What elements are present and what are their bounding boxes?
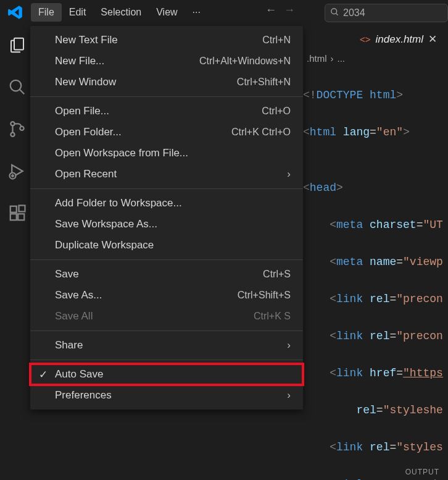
editor-area: <> index.html ✕ .html › ... <!DOCTYPE ht… xyxy=(303,25,448,480)
tab-row: <> index.html ✕ xyxy=(303,25,448,53)
menu-auto-save[interactable]: ✓ Auto Save xyxy=(30,364,303,385)
svg-line-4 xyxy=(19,90,24,95)
svg-rect-11 xyxy=(18,214,24,220)
menu-save-workspace-as[interactable]: Save Workspace As... xyxy=(30,214,303,235)
shortcut: Ctrl+Shift+S xyxy=(238,290,291,301)
menu-open-recent[interactable]: Open Recent › xyxy=(30,164,303,185)
separator xyxy=(30,188,303,189)
menu-new-window[interactable]: New Window Ctrl+Shift+N xyxy=(30,72,303,93)
file-menu-dropdown: New Text File Ctrl+N New File... Ctrl+Al… xyxy=(30,26,303,410)
label: Auto Save xyxy=(55,368,103,381)
html-file-icon: <> xyxy=(360,34,371,44)
command-center-search[interactable]: 2034 xyxy=(325,4,448,22)
separator xyxy=(30,360,303,360)
menu-new-text-file[interactable]: New Text File Ctrl+N xyxy=(30,30,303,51)
menu-save[interactable]: Save Ctrl+S xyxy=(30,264,303,285)
tab-index-html[interactable]: <> index.html ✕ xyxy=(352,25,444,53)
shortcut: Ctrl+Alt+Windows+N xyxy=(199,56,291,67)
chevron-right-icon: › xyxy=(331,53,334,64)
breadcrumb[interactable]: .html › ... xyxy=(303,53,448,64)
search-icon xyxy=(330,7,339,19)
separator xyxy=(30,259,303,260)
svg-point-6 xyxy=(10,133,14,137)
menu-save-all: Save All Ctrl+K S xyxy=(30,306,303,327)
tab-label: index.html xyxy=(376,33,423,46)
label: Open File... xyxy=(55,105,109,117)
nav-back-icon[interactable]: ← xyxy=(265,4,276,17)
menu-new-file[interactable]: New File... Ctrl+Alt+Windows+N xyxy=(30,51,303,72)
close-icon[interactable]: ✕ xyxy=(428,33,437,46)
label: Open Workspace from File... xyxy=(55,147,188,159)
check-icon: ✓ xyxy=(39,368,48,381)
title-center-controls: ← → xyxy=(265,4,295,17)
svg-rect-12 xyxy=(19,206,25,212)
source-control-icon[interactable] xyxy=(8,120,27,141)
svg-point-7 xyxy=(20,127,23,130)
menu-open-file[interactable]: Open File... Ctrl+O xyxy=(30,101,303,122)
label: Open Recent xyxy=(55,168,117,180)
menu-save-as[interactable]: Save As... Ctrl+Shift+S xyxy=(30,285,303,306)
menu-overflow[interactable]: ··· xyxy=(185,3,208,22)
separator xyxy=(30,331,303,331)
menu-selection[interactable]: Selection xyxy=(93,3,149,22)
menu-file[interactable]: File xyxy=(31,3,62,22)
shortcut: Ctrl+S xyxy=(263,269,291,280)
label: New File... xyxy=(55,55,104,67)
label: Preferences xyxy=(55,389,112,402)
menu-open-workspace[interactable]: Open Workspace from File... xyxy=(30,143,303,164)
menu-open-folder[interactable]: Open Folder... Ctrl+K Ctrl+O xyxy=(30,122,303,143)
breadcrumb-seg: ... xyxy=(338,53,346,64)
search-text: 2034 xyxy=(343,7,365,19)
menu-add-folder[interactable]: Add Folder to Workspace... xyxy=(30,193,303,214)
svg-rect-2 xyxy=(14,38,23,50)
label: Add Folder to Workspace... xyxy=(55,197,182,209)
svg-point-0 xyxy=(331,8,337,14)
label: Save As... xyxy=(55,289,102,301)
label: New Window xyxy=(55,76,116,88)
svg-rect-9 xyxy=(10,206,16,213)
run-debug-icon[interactable] xyxy=(8,162,27,183)
label: Open Folder... xyxy=(55,126,122,138)
svg-point-5 xyxy=(10,122,14,125)
shortcut: Ctrl+O xyxy=(262,106,291,117)
menu-edit[interactable]: Edit xyxy=(62,3,94,22)
chevron-right-icon: › xyxy=(287,389,291,402)
nav-forward-icon[interactable]: → xyxy=(284,4,295,17)
svg-rect-10 xyxy=(10,214,16,220)
menu-share[interactable]: Share › xyxy=(30,335,303,356)
svg-line-1 xyxy=(336,13,338,15)
separator xyxy=(30,96,303,97)
label: New Text File xyxy=(55,34,118,46)
panel-output[interactable]: OUTPUT xyxy=(405,468,439,476)
activity-bar xyxy=(0,25,34,480)
shortcut: Ctrl+K S xyxy=(254,311,291,322)
search-icon[interactable] xyxy=(8,78,27,99)
shortcut: Ctrl+K Ctrl+O xyxy=(231,127,291,138)
label: Share xyxy=(55,339,83,352)
breadcrumb-seg: .html xyxy=(307,53,327,64)
chevron-right-icon: › xyxy=(287,339,291,352)
shortcut: Ctrl+Shift+N xyxy=(237,77,291,88)
extensions-icon[interactable] xyxy=(8,204,27,225)
label: Duplicate Workspace xyxy=(55,239,154,251)
menu-preferences[interactable]: Preferences › xyxy=(30,385,303,406)
label: Save Workspace As... xyxy=(55,218,157,230)
menu-duplicate-workspace[interactable]: Duplicate Workspace xyxy=(30,235,303,256)
chevron-right-icon: › xyxy=(287,168,291,180)
panel-tabs: OUTPUT xyxy=(397,464,448,480)
svg-point-3 xyxy=(10,80,21,91)
label: Save xyxy=(55,268,79,280)
vscode-icon xyxy=(0,4,31,20)
shortcut: Ctrl+N xyxy=(262,35,291,46)
label: Save All xyxy=(55,310,93,322)
explorer-icon[interactable] xyxy=(8,36,27,57)
code-editor[interactable]: <!DOCTYPE html> <html lang="en"> <head> … xyxy=(303,64,448,480)
menu-view[interactable]: View xyxy=(149,3,185,22)
